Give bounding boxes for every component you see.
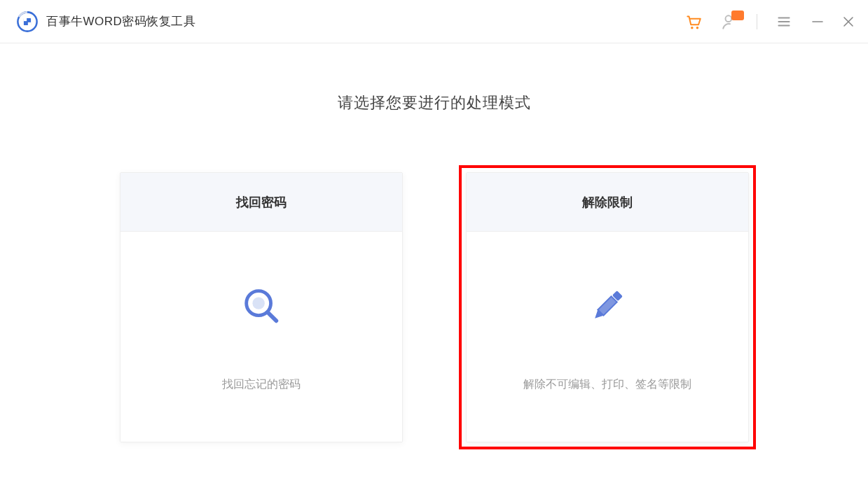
- card-recover-password[interactable]: 找回密码 找回忘记的密码: [120, 172, 403, 442]
- card-title: 解除限制: [467, 173, 748, 232]
- svg-point-4: [691, 26, 693, 28]
- cart-icon: [684, 13, 703, 31]
- user-button[interactable]: [720, 12, 740, 31]
- card-body: 找回忘记的密码: [120, 232, 402, 442]
- header-divider: [757, 14, 757, 29]
- card-highlight-frame: 解除限制 解除不可编辑、打印、签名等限制: [466, 172, 749, 442]
- pencil-icon: [585, 284, 630, 328]
- main-content: 请选择您要进行的处理模式 找回密码 找回忘记的密码 解除限制: [0, 43, 868, 442]
- app-header: 百事牛WORD密码恢复工具: [0, 0, 868, 43]
- close-icon: [842, 15, 855, 28]
- close-button[interactable]: [841, 15, 855, 29]
- svg-rect-3: [28, 22, 31, 24]
- cart-button[interactable]: [684, 12, 703, 31]
- card-remove-restriction[interactable]: 解除限制 解除不可编辑、打印、签名等限制: [466, 172, 749, 442]
- svg-point-5: [696, 26, 698, 28]
- header-controls: [684, 12, 855, 31]
- card-desc: 解除不可编辑、打印、签名等限制: [523, 377, 691, 392]
- minimize-button[interactable]: [811, 15, 825, 29]
- app-logo: 百事牛WORD密码恢复工具: [15, 10, 195, 34]
- card-body: 解除不可编辑、打印、签名等限制: [467, 232, 748, 442]
- card-desc: 找回忘记的密码: [222, 377, 301, 392]
- svg-rect-2: [24, 18, 27, 20]
- svg-line-15: [268, 312, 276, 321]
- mode-prompt: 请选择您要进行的处理模式: [0, 92, 868, 113]
- app-title: 百事牛WORD密码恢复工具: [46, 13, 195, 29]
- svg-point-14: [252, 297, 264, 309]
- menu-icon: [775, 13, 793, 31]
- menu-button[interactable]: [774, 12, 794, 31]
- card-title: 找回密码: [120, 173, 402, 232]
- logo-icon: [15, 10, 39, 34]
- mode-cards: 找回密码 找回忘记的密码 解除限制: [0, 172, 868, 442]
- svg-point-6: [726, 15, 732, 22]
- vip-badge-icon: [731, 10, 744, 20]
- magnifier-icon: [239, 284, 284, 328]
- minimize-icon: [811, 15, 824, 28]
